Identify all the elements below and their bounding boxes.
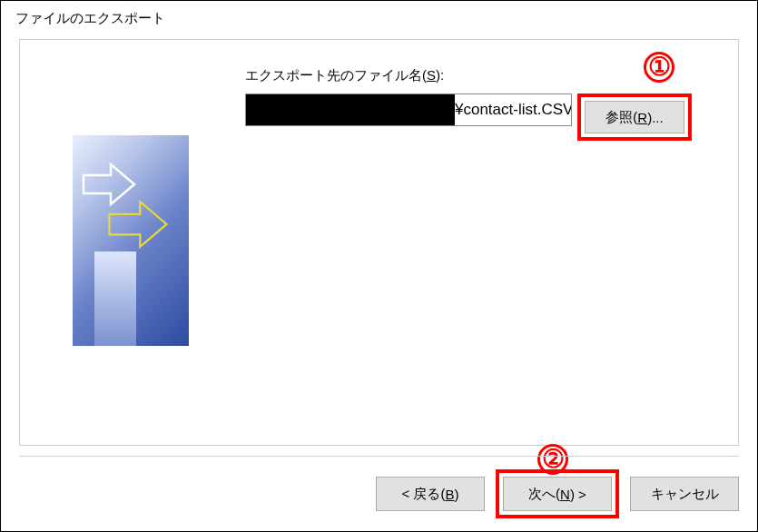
browse-button[interactable]: 参照(R)... [585,101,684,133]
arrow-right-icon [105,192,171,257]
filename-input[interactable]: ¥contact-list.CSV [245,94,572,126]
filename-visible-text: ¥contact-list.CSV [455,101,572,119]
content-panel: エクスポート先のファイル名(S): ¥contact-list.CSV 参照(R… [19,39,739,446]
back-button[interactable]: < 戻る(B) [376,477,485,511]
dialog-title: ファイルのエクスポート [1,1,757,34]
annotation-highlight-1: 参照(R)... [577,94,692,141]
wizard-decorative-image [73,135,189,346]
redacted-path [246,94,455,125]
filename-row: ¥contact-list.CSV 参照(R)... [245,94,722,141]
cancel-button[interactable]: キャンセル [630,477,739,511]
annotation-highlight-2: 次へ(N) > [496,469,619,518]
annotation-number-1: ① [644,52,674,83]
decorative-block [94,251,136,346]
wizard-footer: < 戻る(B) 次へ(N) > キャンセル [19,456,739,518]
next-button[interactable]: 次へ(N) > [503,477,612,511]
